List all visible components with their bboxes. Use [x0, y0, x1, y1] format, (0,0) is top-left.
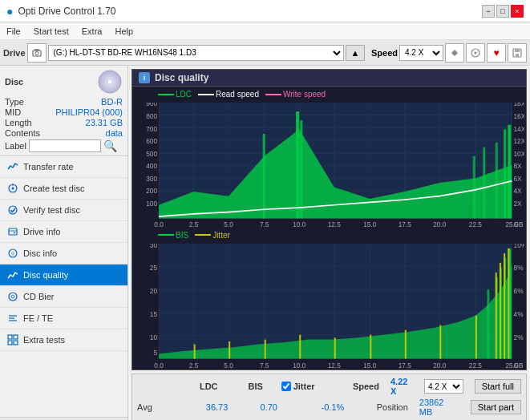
- sidebar-item-drive-info[interactable]: Drive info: [0, 221, 127, 243]
- sidebar-label-create-test-disc: Create test disc: [23, 184, 84, 193]
- menu-start-test[interactable]: Start test: [30, 26, 72, 37]
- bis-chart: BIS Jitter: [134, 229, 524, 369]
- svg-text:10%: 10%: [514, 244, 524, 249]
- col-speed-header: Speed: [353, 382, 379, 391]
- position-value: 23862 MB: [419, 398, 459, 417]
- svg-text:2.5: 2.5: [189, 220, 199, 227]
- sidebar-label-verify-test-disc: Verify test disc: [23, 205, 80, 215]
- svg-rect-118: [299, 334, 301, 358]
- minimize-button[interactable]: −: [482, 5, 495, 18]
- svg-text:600: 600: [146, 137, 157, 145]
- quality-title: Disc quality: [155, 72, 208, 83]
- svg-text:10.0: 10.0: [293, 220, 305, 227]
- create-test-disc-icon: [6, 182, 19, 195]
- sidebar-item-fe-te[interactable]: FE / TE: [0, 308, 127, 329]
- menu-help[interactable]: Help: [111, 26, 136, 37]
- label-browse-icon[interactable]: 🔍: [103, 139, 117, 152]
- fe-te-icon: [6, 312, 19, 325]
- sidebar-item-disc-quality[interactable]: Disc quality: [0, 265, 127, 286]
- ldc-chart-svg: 900 800 700 600 500 400 300 200 100 18X …: [134, 103, 524, 228]
- eject-button[interactable]: ▲: [346, 45, 365, 61]
- maximize-button[interactable]: □: [496, 5, 509, 18]
- svg-text:300: 300: [146, 174, 157, 182]
- disc-quality-panel: i Disc quality LDC Read speed: [131, 69, 527, 370]
- svg-rect-58: [496, 143, 498, 218]
- svg-rect-53: [296, 111, 299, 218]
- svg-rect-26: [8, 335, 12, 339]
- mid-label: MID: [5, 107, 21, 117]
- extra-tests-icon: [6, 333, 19, 346]
- svg-text:16X: 16X: [514, 112, 524, 120]
- menu-file[interactable]: File: [3, 26, 24, 37]
- drive-info-icon: [6, 225, 19, 238]
- svg-rect-29: [14, 341, 18, 345]
- jitter-checkbox[interactable]: [281, 382, 291, 391]
- type-label: Type: [5, 97, 24, 107]
- svg-point-22: [11, 295, 14, 298]
- svg-point-17: [14, 232, 15, 234]
- svg-text:900: 900: [146, 103, 157, 108]
- contents-label: Contents: [5, 128, 40, 138]
- start-full-button[interactable]: Start full: [475, 379, 521, 394]
- svg-text:2X: 2X: [514, 200, 522, 208]
- svg-rect-57: [483, 147, 485, 219]
- sidebar-item-verify-test-disc[interactable]: Verify test disc: [0, 200, 127, 221]
- svg-rect-7: [516, 54, 519, 57]
- sidebar-item-extra-tests[interactable]: Extra tests: [0, 329, 127, 351]
- menu-extra[interactable]: Extra: [79, 26, 106, 37]
- stats-panel: LDC BIS Jitter Speed 4.22 X 4.2 X Start …: [131, 374, 527, 420]
- svg-rect-119: [334, 337, 336, 358]
- svg-text:22.5: 22.5: [469, 220, 482, 227]
- drive-label: Drive: [3, 48, 26, 58]
- svg-text:17.5: 17.5: [399, 220, 411, 227]
- ldc-chart: LDC Read speed Write speed: [134, 88, 524, 228]
- svg-rect-115: [194, 344, 196, 358]
- sidebar-item-cd-bier[interactable]: CD Bier: [0, 286, 127, 308]
- close-button[interactable]: ×: [511, 5, 524, 18]
- length-label: Length: [5, 118, 32, 127]
- svg-text:12.5: 12.5: [328, 361, 341, 368]
- disc-icon-btn[interactable]: [466, 43, 485, 63]
- ldc-legend: LDC: [158, 90, 192, 99]
- svg-text:17.5: 17.5: [399, 361, 411, 368]
- quality-icon: i: [139, 72, 150, 83]
- svg-rect-28: [8, 341, 12, 345]
- speed-select[interactable]: 4.2 X: [424, 379, 463, 394]
- svg-rect-2: [34, 49, 39, 51]
- type-value: BD-R: [101, 97, 123, 107]
- sidebar-label-transfer-rate: Transfer rate: [23, 162, 74, 172]
- sidebar-item-transfer-rate[interactable]: Transfer rate: [0, 156, 127, 178]
- disc-image: [97, 69, 123, 95]
- svg-rect-127: [508, 248, 509, 358]
- disc-info-icon: i: [6, 247, 19, 260]
- speed-val-display: 4.22 X: [390, 377, 413, 396]
- transfer-rate-icon: [6, 160, 19, 173]
- drive-icon: [27, 43, 47, 63]
- sidebar-label-extra-tests: Extra tests: [23, 335, 65, 345]
- label-input[interactable]: [29, 139, 101, 152]
- start-part-button[interactable]: Start part: [471, 400, 521, 414]
- svg-text:i: i: [12, 252, 13, 256]
- svg-point-14: [9, 206, 17, 214]
- svg-text:5.0: 5.0: [224, 220, 233, 227]
- speed-selector[interactable]: 4.2 X: [399, 45, 443, 61]
- svg-text:20: 20: [150, 286, 157, 295]
- svg-text:30: 30: [150, 244, 157, 249]
- svg-text:800: 800: [146, 112, 157, 120]
- disc-quality-icon: [6, 269, 19, 281]
- heart-icon-btn[interactable]: ♥: [487, 43, 506, 63]
- verify-test-disc-icon: [6, 204, 19, 216]
- sidebar-label-disc-quality: Disc quality: [23, 270, 68, 280]
- length-value: 23.31 GB: [86, 118, 123, 127]
- svg-text:10X: 10X: [514, 149, 524, 157]
- drive-selector[interactable]: (G:) HL-DT-ST BD-RE WH16NS48 1.D3: [48, 45, 344, 61]
- speed-icon-btn[interactable]: [445, 43, 464, 63]
- save-icon-btn[interactable]: [508, 43, 527, 63]
- main-layout: Disc Type BD-R MID PHILIPR04 (000) Lengt…: [0, 66, 530, 420]
- svg-text:4X: 4X: [514, 187, 522, 195]
- svg-point-21: [9, 293, 17, 301]
- svg-text:2.5: 2.5: [189, 361, 199, 368]
- sidebar-item-create-test-disc[interactable]: Create test disc: [0, 178, 127, 200]
- sidebar-item-disc-info[interactable]: i Disc info: [0, 243, 127, 265]
- bis-legend: BIS: [158, 231, 188, 240]
